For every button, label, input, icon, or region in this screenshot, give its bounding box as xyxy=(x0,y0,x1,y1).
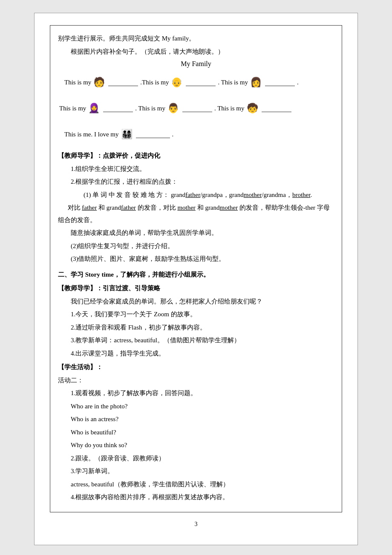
tg2-item4: 4.出示课堂习题，指导学生完成。 xyxy=(58,347,334,360)
header-line2: 根据图片内容补全句子。（完成后，请大声地朗读。） xyxy=(58,46,334,58)
fill-row-2: This is my 🧕 . This is my 👨 . This is my… xyxy=(58,97,334,120)
teacher-guide-1-heading: 【教师导学】：点拨评价，促进内化 xyxy=(58,150,334,162)
text-this-is-my-6: . This is my xyxy=(214,101,245,116)
teacher-guide-2: 【教师导学】：引言过渡、引导策略 我们已经学会家庭成员的单词。那么，怎样把家人介… xyxy=(58,282,334,359)
tg2-item0: 我们已经学会家庭成员的单词。那么，怎样把家人介绍给朋友们呢？ xyxy=(58,295,334,308)
tg2-item2: 2.通过听录音和观看 Flash，初步了解故事内容。 xyxy=(58,321,334,334)
tg1-item5: 随意抽读家庭成员的单词，帮助学生巩固所学单词。 xyxy=(58,227,334,239)
sa-item7: actress, beautiful（教师教读，学生借助图片认读、理解） xyxy=(58,478,334,491)
text-this-is-my-1: This is my xyxy=(64,75,91,90)
blank-2 xyxy=(186,78,216,86)
emoji-person4: 🧕 xyxy=(88,97,100,120)
tg1-item3: (1) 单 词 中 发 音 较 难 地 方： grandfather/grand… xyxy=(58,189,334,201)
blank-6 xyxy=(262,104,291,112)
text-period2: . This is my xyxy=(135,101,165,116)
section2-title: 二、学习 Story time，了解内容，并能进行小组展示。 xyxy=(58,269,334,281)
family-title: My Family xyxy=(58,60,334,68)
tg1-item3-text: (1) 单 词 中 发 音 较 难 地 方： xyxy=(84,191,169,198)
text-this-is-me: This is me. I love my xyxy=(64,127,119,142)
page: 别学生进行展示。师生共同完成短文 My family。 根据图片内容补全句子。（… xyxy=(34,13,358,545)
tg2-item3: 3.教学新单词：actress, beautiful。（借助图片帮助学生理解） xyxy=(58,334,334,347)
emoji-family: 👨‍👩‍👧‍👦 xyxy=(121,123,133,146)
emoji-person5: 👨 xyxy=(167,97,179,120)
page-number: 3 xyxy=(50,521,342,528)
emoji-person6: 🧒 xyxy=(247,97,258,120)
text-this-is-my-3: . This is my xyxy=(218,75,248,90)
emoji-person1: 🧑 xyxy=(93,71,105,94)
sa-item8: 4.根据故事内容给图片排序，再根据图片复述故事内容。 xyxy=(58,491,334,503)
blank-7 xyxy=(136,130,170,138)
tg1-item7: (3)借助照片、图片、家庭树，鼓励学生熟练运用句型。 xyxy=(58,253,334,265)
tg1-item6: (2)组织学生复习句型，并进行介绍。 xyxy=(58,240,334,252)
fill-row-1: This is my 🧑 .This is my 👴 . This is my … xyxy=(58,71,334,94)
text-this-is-my-2: .This is my xyxy=(140,75,169,90)
student-activity: 【学生活动】： 活动二： 1.观看视频，初步了解故事内容，回答问题。 Who a… xyxy=(58,361,334,503)
blank-4 xyxy=(103,104,133,112)
fill-row-3: This is me. I love my 👨‍👩‍👧‍👦 . xyxy=(58,123,334,146)
student-activity-subheading: 活动二： xyxy=(58,374,334,387)
tg1-item3-words: grandfather/grandpa，grandmother/grandma，… xyxy=(171,191,312,198)
sa-item3: Who is beautiful? xyxy=(58,426,334,439)
sa-item1: Who are in the photo? xyxy=(58,400,334,413)
tg1-item2: 2.根据学生的汇报，进行相应的点拨： xyxy=(58,176,334,188)
sa-item5: 2.跟读。（跟录音读、跟教师读） xyxy=(58,452,334,465)
tg1-item4: 对比 father 和 grandfather 的发音，对比 mother 和 … xyxy=(58,202,334,226)
content-box: 别学生进行展示。师生共同完成短文 My family。 根据图片内容补全句子。（… xyxy=(50,25,342,512)
student-activity-heading: 【学生活动】： xyxy=(58,361,334,373)
emoji-person2: 👴 xyxy=(171,71,182,94)
emoji-person3: 👩 xyxy=(250,71,262,94)
header-line1: 别学生进行展示。师生共同完成短文 My family。 xyxy=(58,32,334,45)
blank-5 xyxy=(182,104,212,112)
sa-item0: 1.观看视频，初步了解故事内容，回答问题。 xyxy=(58,387,334,399)
sa-item4: Why do you think so? xyxy=(58,439,334,451)
tg2-item1: 1.今天，我们要学习一个关于 Zoom 的故事。 xyxy=(58,308,334,321)
tg1-item1: 1.组织学生全班汇报交流。 xyxy=(58,163,334,175)
period-1: . xyxy=(297,75,299,90)
blank-1 xyxy=(108,78,138,86)
sa-item6: 3.学习新单词。 xyxy=(58,465,334,477)
blank-3 xyxy=(265,78,295,86)
teacher-guide-1: 【教师导学】：点拨评价，促进内化 1.组织学生全班汇报交流。 2.根据学生的汇报… xyxy=(58,150,334,265)
sa-item2: Who is an actress? xyxy=(58,413,334,425)
section2-heading: 二、学习 Story time，了解内容，并能进行小组展示。 xyxy=(58,269,334,281)
text-this-is-my-4: This is my xyxy=(59,101,86,116)
period-3: . xyxy=(172,127,174,142)
teacher-guide-2-heading: 【教师导学】：引言过渡、引导策略 xyxy=(58,282,334,295)
